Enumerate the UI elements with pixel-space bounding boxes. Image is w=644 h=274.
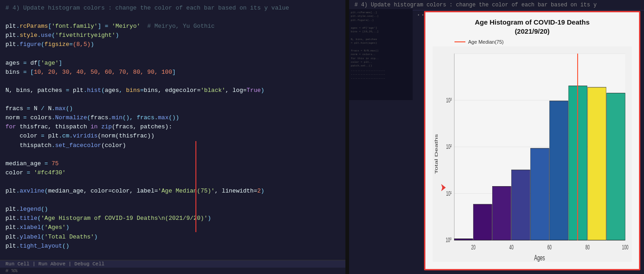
- code-line-hist: N, bins, patches = plt.hist(ages, bins=b…: [0, 86, 345, 95]
- bar-80-90: [588, 87, 606, 240]
- svg-text:10²: 10²: [446, 143, 452, 150]
- panel-divider: [345, 0, 349, 274]
- chart-legend: Age Median(75): [454, 39, 504, 45]
- shortcuts-label: # %%: [5, 268, 17, 274]
- mini-code-preview: plt.rcParams[..] plt.style.use(..) plt.f…: [349, 9, 413, 100]
- code-line-xlabel: plt.xlabel('Ages'): [0, 223, 345, 232]
- histogram-chart: Age Histogram of COVID-19 Deaths (2021/9…: [424, 11, 640, 270]
- svg-text:20: 20: [471, 244, 476, 251]
- keyboard-shortcuts-bar: # %%: [0, 268, 345, 274]
- code-line-title: plt.title('Age Histogram of COVID-19 Dea…: [0, 214, 345, 223]
- svg-text:Ages: Ages: [534, 253, 545, 262]
- svg-text:10¹: 10¹: [446, 190, 452, 197]
- svg-text:Total Deaths: Total Deaths: [434, 134, 439, 174]
- blank-line: [0, 50, 345, 59]
- blank-line: [0, 95, 345, 104]
- bar-10-20: [454, 239, 473, 240]
- svg-text:100: 100: [622, 244, 629, 251]
- chart-title: Age Histogram of COVID-19 Deaths (2021/9…: [475, 18, 590, 36]
- bar-30-40: [492, 186, 511, 240]
- legend-median-line: [454, 41, 465, 42]
- histogram-svg: 10⁰ 10¹ 10² 10³ Total Deaths: [433, 46, 632, 262]
- code-line-set-facecolor: thispatch.set_facecolor(color): [0, 141, 345, 150]
- cell-actions-bar: Run Cell | Run Above | Debug Cell: [0, 260, 345, 268]
- code-line-median-age: median_age = 75: [0, 159, 345, 168]
- blank-line: [0, 150, 345, 159]
- code-line-legend: plt.legend(): [0, 205, 345, 214]
- output-panel: # 4) Update histogram colors : change th…: [349, 0, 644, 274]
- code-line-figure: plt.figure(figsize=(8,5)): [0, 40, 345, 49]
- svg-text:40: 40: [509, 244, 514, 251]
- section-comment: # 4) Update histogram colors : change th…: [0, 4, 345, 13]
- code-line-fracs: fracs = N / N.max(): [0, 104, 345, 113]
- svg-text:60: 60: [547, 244, 552, 251]
- bar-90-100: [607, 93, 625, 240]
- code-line-bins: bins = [10, 20, 30, 40, 50, 60, 70, 80, …: [0, 68, 345, 77]
- code-line-ylabel: plt.ylabel('Total Deaths'): [0, 233, 345, 242]
- bar-20-30: [474, 204, 492, 240]
- blank-line: [0, 196, 345, 205]
- blank-line: [0, 77, 345, 86]
- code-content: # 4) Update histogram colors : change th…: [0, 0, 345, 260]
- code-line-norm: norm = colors.Normalize(fracs.min(), fra…: [0, 113, 345, 122]
- bar-40-50: [511, 170, 530, 240]
- code-line-for: for thisfrac, thispatch in zip(fracs, pa…: [0, 122, 345, 132]
- run-cell-link[interactable]: Run Cell | Run Above | Debug Cell: [5, 261, 105, 267]
- legend-label-text: Age Median(75): [468, 39, 504, 45]
- blank-line: [0, 178, 345, 187]
- blank-line: [0, 251, 345, 260]
- code-line-tight-layout: plt.tight_layout(): [0, 242, 345, 251]
- code-line-color-assign: color = plt.cm.viridis(norm(thisfrac)): [0, 132, 345, 141]
- blank-line: [0, 13, 345, 22]
- code-line-axvline: plt.axvline(median_age, color=color, lab…: [0, 187, 345, 196]
- code-line-rcparams: plt.rcParams['font.family'] = 'Meiryo' #…: [0, 22, 345, 31]
- comment-text: # 4) Update histogram colors : change th…: [5, 4, 289, 13]
- svg-text:10³: 10³: [446, 96, 452, 104]
- cell-action-links[interactable]: Run Cell | Run Above | Debug Cell: [5, 261, 340, 267]
- chart-svg-area: 10⁰ 10¹ 10² 10³ Total Deaths: [433, 46, 632, 262]
- red-vertical-line: [195, 141, 196, 232]
- svg-text:10⁰: 10⁰: [446, 236, 452, 244]
- code-line-color-var: color = '#fc4f30': [0, 168, 345, 178]
- svg-text:80: 80: [585, 244, 590, 251]
- code-line-style: plt.style.use('fivethirtyeight'): [0, 31, 345, 40]
- bar-60-70: [549, 101, 568, 240]
- code-line-ages: ages = df['age']: [0, 59, 345, 68]
- code-editor: # 4) Update histogram colors : change th…: [0, 0, 345, 274]
- header-code-text: # 4) Update histogram colors : change th…: [354, 2, 597, 8]
- svg-text:➤: ➤: [440, 181, 446, 193]
- bar-50-60: [530, 148, 549, 240]
